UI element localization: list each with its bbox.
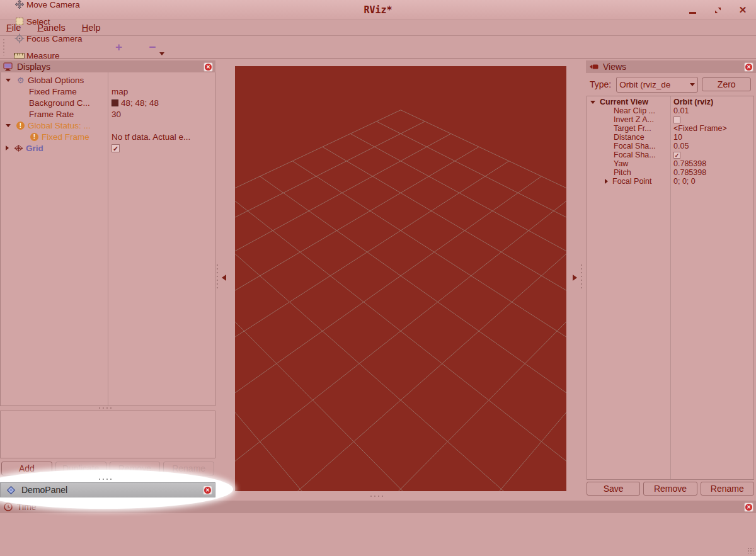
splitter-handle[interactable] xyxy=(99,407,113,409)
views-tree-row[interactable]: Target Fr...<Fixed Frame> xyxy=(587,124,753,133)
views-tree-row[interactable]: Yaw0.785398 xyxy=(587,159,753,168)
tree-row-value[interactable]: ✓ xyxy=(670,152,753,159)
title-bar[interactable]: RViz* ✕ xyxy=(0,0,756,20)
tool-label: Focus Camera xyxy=(26,34,83,43)
display-tree-row[interactable]: Frame Rate30 xyxy=(1,108,215,120)
tree-row-name: Focal Sha... xyxy=(587,150,670,159)
display-tree-row[interactable]: Fixed Framemap xyxy=(1,86,215,97)
views-panel-header[interactable]: Views ✕ xyxy=(586,60,756,73)
views-tree-row[interactable]: Near Clip ...0.01 xyxy=(587,106,753,115)
views-tree-row[interactable]: Current ViewOrbit (rviz) xyxy=(587,98,753,106)
add-tool-button[interactable]: + xyxy=(109,40,129,54)
views-tree-row[interactable]: Distance10 xyxy=(587,133,753,142)
tree-row-value[interactable]: 0.785398 xyxy=(670,168,753,177)
displays-close-icon[interactable]: ✕ xyxy=(203,62,213,72)
collapse-left-icon[interactable] xyxy=(222,275,226,281)
tree-expander-icon[interactable] xyxy=(6,79,11,82)
close-window-icon[interactable]: ✕ xyxy=(737,4,748,16)
tree-row-label: Background C... xyxy=(29,98,90,108)
tree-row-name: Focal Point xyxy=(587,177,670,186)
tree-expander-icon[interactable] xyxy=(590,101,595,104)
tool-focus-camera[interactable]: Focus Camera xyxy=(8,30,100,47)
tree-row-value[interactable]: Orbit (rviz) xyxy=(670,98,753,106)
resize-grip[interactable] xyxy=(747,547,753,553)
tree-row-value[interactable]: 0; 0; 0 xyxy=(670,177,753,186)
tree-row-value[interactable]: 30 xyxy=(108,110,215,119)
display-tree-row[interactable]: !Fixed FrameNo tf data. Actual e... xyxy=(1,131,215,142)
tree-row-value[interactable]: 48; 48; 48 xyxy=(108,98,215,108)
remove-tool-button[interactable]: − xyxy=(142,40,162,54)
tree-row-value[interactable]: ✓ xyxy=(108,144,215,152)
toolbar-drag-handle[interactable] xyxy=(3,39,6,55)
demo-panel-close-icon[interactable]: ✕ xyxy=(203,485,212,495)
views-tree-row[interactable]: Focal Sha...✓ xyxy=(587,150,753,159)
tree-row-value[interactable]: 10 xyxy=(670,133,753,142)
restore-icon[interactable] xyxy=(712,4,723,16)
display-description-box xyxy=(0,411,215,458)
display-tree-row[interactable]: ⚙Global Options xyxy=(1,74,215,86)
panel-diamond-icon xyxy=(6,485,16,496)
tree-row-value[interactable]: No tf data. Actual e... xyxy=(108,132,215,142)
tree-row-value[interactable] xyxy=(670,116,753,123)
display-tree-row[interactable]: Grid✓ xyxy=(1,142,215,154)
remove-button[interactable]: Remove xyxy=(643,482,697,496)
checkbox[interactable] xyxy=(673,116,680,123)
displays-panel-header[interactable]: Displays ✕ xyxy=(0,60,215,73)
chevron-down-icon xyxy=(159,52,164,55)
warning-icon: ! xyxy=(29,132,40,142)
demo-panel-title: DemoPanel xyxy=(21,485,67,495)
tree-row-label: Fixed Frame xyxy=(29,87,77,96)
rename-button[interactable]: Rename xyxy=(701,482,754,496)
camera-icon xyxy=(588,62,599,72)
time-close-icon[interactable]: ✕ xyxy=(744,502,753,512)
tree-row-value-text: 0.01 xyxy=(673,106,689,115)
tool-select[interactable]: Select xyxy=(8,13,100,30)
tree-row-value[interactable]: 0.05 xyxy=(670,142,753,150)
tree-row-value-text: Orbit (rviz) xyxy=(673,98,713,106)
display-tree-row[interactable]: Background C...48; 48; 48 xyxy=(1,97,215,108)
demo-panel-header[interactable]: DemoPanel ✕ xyxy=(0,482,215,497)
splitter-handle[interactable] xyxy=(370,496,384,497)
window-title: RViz* xyxy=(0,4,756,16)
tree-row-value[interactable]: 0.01 xyxy=(670,106,753,115)
zero-button[interactable]: Zero xyxy=(702,77,751,91)
tree-expander-icon[interactable] xyxy=(6,124,11,127)
tree-expander-icon[interactable] xyxy=(6,145,9,150)
views-tree-row[interactable]: Focal Point0; 0; 0 xyxy=(587,177,753,186)
tree-row-value[interactable]: map xyxy=(108,87,215,96)
checkbox[interactable]: ✓ xyxy=(673,152,680,159)
displays-panel-title: Displays xyxy=(17,62,50,72)
minimize-icon[interactable] xyxy=(687,4,698,16)
tree-row-value[interactable]: 0.785398 xyxy=(670,159,753,168)
splitter-handle[interactable] xyxy=(581,264,582,291)
collapse-right-icon[interactable] xyxy=(573,275,577,281)
tree-row-label: Invert Z A... xyxy=(614,115,654,124)
checkbox[interactable]: ✓ xyxy=(112,144,120,152)
tree-row-label: Distance xyxy=(614,133,644,142)
render-viewport-3d[interactable] xyxy=(235,66,566,491)
tree-row-value[interactable]: <Fixed Frame> xyxy=(670,124,753,133)
ground-grid xyxy=(235,66,566,491)
display-tree-row[interactable]: !Global Status: ... xyxy=(1,120,215,131)
tree-expander-icon[interactable] xyxy=(605,179,608,184)
tree-row-value-text: 0; 0; 0 xyxy=(673,177,696,186)
views-tree-row[interactable]: Invert Z A... xyxy=(587,115,753,124)
tool-move-camera[interactable]: Move Camera xyxy=(8,0,100,13)
save-button[interactable]: Save xyxy=(587,482,640,496)
splitter-handle[interactable] xyxy=(99,479,113,480)
tree-row-label: Focal Point xyxy=(612,177,652,186)
tree-row-label: Pitch xyxy=(614,168,631,177)
displays-tree: ⚙Global OptionsFixed FramemapBackground … xyxy=(0,72,215,406)
chevron-down-icon xyxy=(690,83,695,86)
focus-icon xyxy=(14,33,25,44)
views-tree-row[interactable]: Pitch0.785398 xyxy=(587,168,753,177)
tree-row-value-text: No tf data. Actual e... xyxy=(112,132,190,142)
view-type-dropdown[interactable]: Orbit (rviz_de xyxy=(616,77,698,93)
tree-row-name: Near Clip ... xyxy=(587,106,670,115)
views-close-icon[interactable]: ✕ xyxy=(744,62,753,72)
tool-label: Move Camera xyxy=(26,0,80,9)
tool-label: Measure xyxy=(26,51,60,60)
splitter-handle[interactable] xyxy=(217,264,218,291)
views-tree-row[interactable]: Focal Sha...0.05 xyxy=(587,142,753,150)
tree-row-value-text: map xyxy=(112,87,128,96)
